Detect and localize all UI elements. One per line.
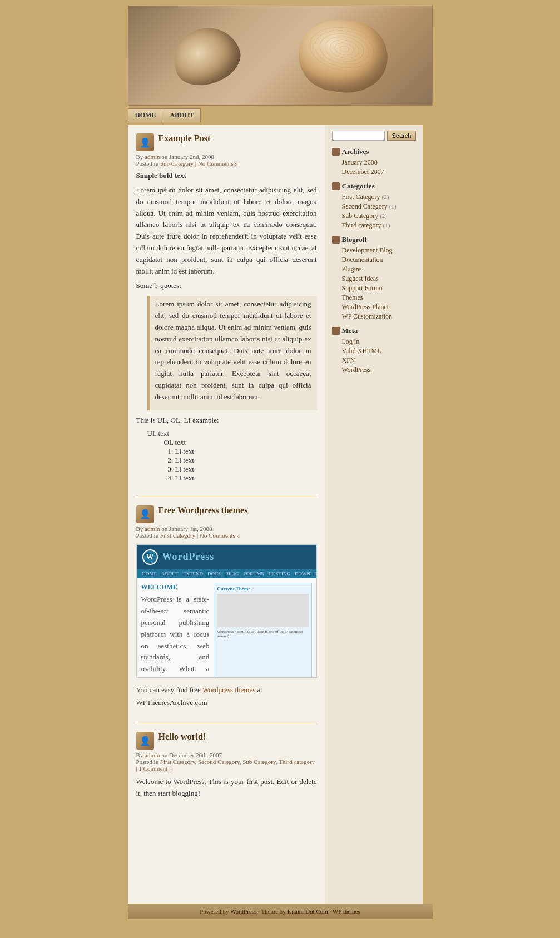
archive-jan-2008[interactable]: January 2008 [342, 158, 378, 166]
post-title-2[interactable]: Free Wordpress themes [158, 505, 248, 515]
wp-left-panel: WELCOME WordPress is a state-of-the-art … [141, 583, 210, 678]
list-item: January 2008 [342, 158, 416, 167]
post-example: 👤 Example Post By admin on January 2nd, … [136, 133, 317, 483]
categories-icon [332, 182, 340, 190]
list-item: XFN [342, 356, 416, 365]
meta-wordpress[interactable]: WordPress [342, 366, 371, 374]
blogroll-suggest[interactable]: Suggest Ideas [342, 275, 379, 282]
blogroll-wp-custom[interactable]: WP Customization [342, 312, 393, 320]
navigation: HOMEABOUT [128, 106, 433, 125]
cat-third[interactable]: Third category [342, 221, 381, 229]
wp-body: WELCOME WordPress is a state-of-the-art … [137, 578, 316, 678]
meta-login[interactable]: Log in [342, 338, 360, 345]
footer-wordpress-link[interactable]: WordPress [230, 908, 256, 915]
post-title-3[interactable]: Hello world! [158, 732, 206, 742]
archives-section: Archives January 2008 December 2007 [332, 147, 416, 176]
current-theme-label: Current Theme [217, 586, 308, 592]
categories-label: Categories [342, 182, 375, 191]
post-category-2[interactable]: First Category [160, 532, 195, 539]
post-comments[interactable]: No Comments » [198, 160, 238, 167]
cat-first[interactable]: First Category [342, 193, 380, 201]
post-category[interactable]: Sub Category [160, 160, 194, 167]
header [128, 6, 433, 106]
post-content-3: Welcome to WordPress. This is your first… [136, 776, 317, 800]
shell-left-icon [165, 18, 247, 93]
blogroll-docs[interactable]: Documentation [342, 256, 383, 264]
post-link-text: You can easy find free Wordpress themes … [136, 683, 317, 709]
post-meta-3: By admin on December 26th, 2007 Posted i… [136, 752, 317, 772]
wrapper: HOMEABOUT 👤 Example Post By admin on Jan… [83, 0, 478, 919]
blogroll-icon [332, 236, 340, 244]
blogroll-wp-planet[interactable]: WordPress Planet [342, 303, 389, 311]
post-category-3d[interactable]: Third category [279, 758, 315, 765]
footer-isnaini-link[interactable]: Isnaini Dot Com [287, 908, 328, 915]
footer-powered-by: Powered by [200, 908, 229, 915]
post-category-3b[interactable]: Second Category [198, 758, 240, 765]
post-category-3c[interactable]: Sub Category [242, 758, 275, 765]
archive-dec-2007[interactable]: December 2007 [342, 168, 384, 176]
search-box: Search [332, 131, 416, 141]
blogroll-list: Development Blog Documentation Plugins S… [332, 246, 416, 321]
nav-home[interactable]: HOME [128, 108, 163, 122]
blogroll-themes[interactable]: Themes [342, 294, 363, 301]
avatar: 👤 [136, 133, 154, 151]
shell-right-icon [293, 13, 393, 100]
post-author-3[interactable]: admin [145, 752, 160, 758]
bold-text: Simple bold text [136, 171, 317, 180]
meta-xhtml[interactable]: Valid XHTML [342, 347, 381, 355]
theme-preview [217, 594, 308, 627]
cat-sub[interactable]: Sub Category [342, 212, 379, 220]
list-item: Second Category (1) [342, 202, 416, 211]
wp-title: WordPress [162, 551, 215, 563]
blogroll-heading: Blogroll [332, 235, 416, 244]
avatar-2: 👤 [136, 505, 154, 523]
wp-logo: W [142, 549, 158, 565]
post-date: January 2nd, 2008 [169, 153, 214, 160]
wordpress-themes-link[interactable]: Wordpress themes [202, 686, 255, 694]
main-content: 👤 Example Post By admin on January 2nd, … [128, 125, 325, 904]
wp-desc: WordPress is a state-of-the-art semantic… [141, 594, 210, 677]
post-author[interactable]: admin [145, 153, 160, 160]
list-item: Sub Category (2) [342, 212, 416, 220]
hello-world-text: Welcome to WordPress. This is your first… [136, 776, 317, 800]
post-category-3a[interactable]: First Category [160, 758, 195, 765]
blogroll-dev[interactable]: Development Blog [342, 246, 393, 254]
post-author-2[interactable]: admin [145, 525, 160, 532]
ordered-list: Li text Li text Li text Li text [175, 447, 317, 483]
meta-xfn[interactable]: XFN [342, 356, 355, 364]
footer-wp-themes-link[interactable]: WP themes [333, 908, 360, 915]
list-item: Support Forum [342, 284, 416, 292]
list-item: Suggest Ideas [342, 275, 416, 283]
post-title[interactable]: Example Post [158, 133, 211, 143]
ul-text: UL text [147, 429, 317, 438]
cat-first-count: (2) [382, 193, 389, 200]
post-paragraph: Lorem ipsum dolor sit amet, consectetur … [136, 185, 317, 277]
archives-list: January 2008 December 2007 [332, 158, 416, 176]
blockquote-text: Lorem ipsum dolor sit amet, consectetur … [155, 299, 311, 403]
list-item: Plugins [342, 265, 416, 274]
list-item: Development Blog [342, 246, 416, 255]
list-section: UL text OL text Li text Li text Li text … [136, 429, 317, 483]
search-button[interactable]: Search [387, 131, 417, 141]
categories-heading: Categories [332, 182, 416, 191]
blogroll-support[interactable]: Support Forum [342, 284, 383, 292]
archives-label: Archives [342, 147, 369, 156]
blogroll-plugins[interactable]: Plugins [342, 265, 362, 273]
wp-nav-hosting: HOSTING [269, 571, 291, 577]
wp-nav-download: DOWNLOAD [295, 571, 316, 577]
post-meta: By admin on January 2nd, 2008 Posted in … [136, 153, 317, 167]
header-image [128, 6, 433, 106]
post-date-3: December 26th, 2007 [169, 752, 222, 758]
nav-about[interactable]: ABOUT [163, 108, 201, 122]
post-content-2: W WordPress HOME ABOUT EXTEND DOCS BLOG … [136, 544, 317, 709]
wp-nav: HOME ABOUT EXTEND DOCS BLOG FORUMS HOSTI… [137, 569, 316, 578]
meta-heading: Meta [332, 326, 416, 335]
search-input[interactable] [332, 131, 385, 141]
post-header-3: 👤 Hello world! [136, 732, 317, 750]
post-comments-2[interactable]: No Comments » [200, 532, 240, 539]
footer: Powered by WordPress · Theme by Isnaini … [128, 904, 433, 919]
wp-nav-forums: FORUMS [244, 571, 264, 577]
post-comments-3[interactable]: 1 Comment » [138, 765, 172, 772]
cat-second[interactable]: Second Category [342, 202, 388, 210]
post-wp-themes: 👤 Free Wordpress themes By admin on Janu… [136, 505, 317, 709]
